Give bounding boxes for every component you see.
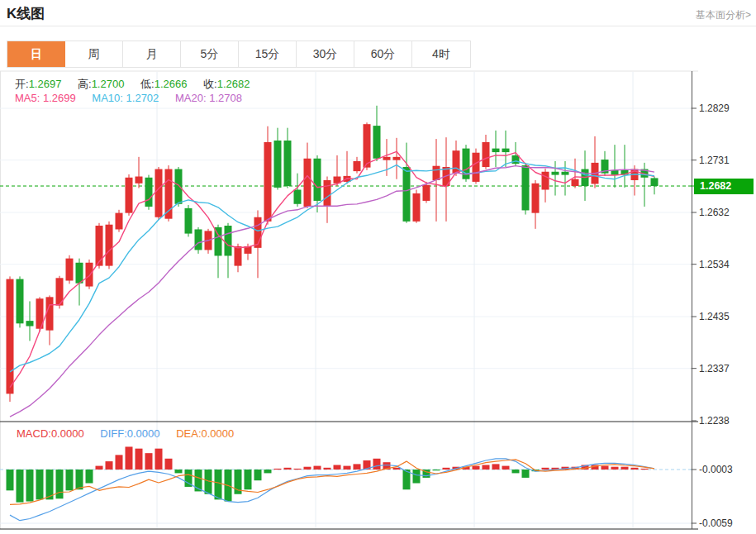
ma20-value: 1.2708 [209, 92, 242, 104]
price-axis-label: 1.2534 [699, 259, 730, 270]
high-value: 1.2700 [92, 78, 125, 90]
price-axis-label: 1.2337 [699, 363, 730, 374]
ma10-value: 1.2702 [126, 92, 159, 104]
macd-label: MACD: [17, 427, 51, 440]
macd-legend: MACD:0.0000 DIFF:0.0000 DEA:0.0000 [17, 427, 247, 440]
macd-value: 0.0000 [51, 427, 84, 440]
kline-widget: K线图 基本面分析> 日周月5分15分30分60分4时 开:1.2697 高:1… [0, 0, 756, 534]
ma-legend: MA5: 1.2699 MA10: 1.2702 MA20: 1.2708 [15, 92, 255, 104]
ma5-value: 1.2699 [43, 92, 76, 104]
dea-label: DEA: [176, 427, 201, 440]
price-axis-label: 1.2435 [699, 311, 730, 322]
open-value: 1.2697 [29, 78, 62, 90]
ma10-label: MA10: [92, 92, 123, 104]
macd-axis-label: -0.0003 [699, 464, 733, 475]
ma5-label: MA5: [15, 92, 40, 104]
close-value: 1.2682 [217, 78, 250, 90]
macd-axis-label: -0.0059 [699, 517, 733, 529]
open-label: 开: [15, 78, 29, 90]
diff-value: 0.0000 [127, 427, 160, 440]
price-axis-label: 1.2829 [699, 103, 730, 114]
ma20-label: MA20: [175, 92, 207, 104]
price-axis-label: 1.2731 [699, 155, 730, 166]
current-price-tag: 1.2682 [694, 179, 754, 194]
price-axis-label: 1.2632 [699, 207, 730, 218]
high-label: 高: [78, 78, 92, 90]
low-label: 低: [140, 78, 155, 90]
close-label: 收: [203, 78, 217, 90]
price-axis-label: 1.2238 [699, 415, 730, 427]
dea-value: 0.0000 [202, 427, 235, 440]
low-value: 1.2666 [155, 78, 188, 90]
ohlc-legend: 开:1.2697 高:1.2700 低:1.2666 收:1.2682 [15, 77, 263, 92]
diff-label: DIFF: [100, 427, 127, 440]
